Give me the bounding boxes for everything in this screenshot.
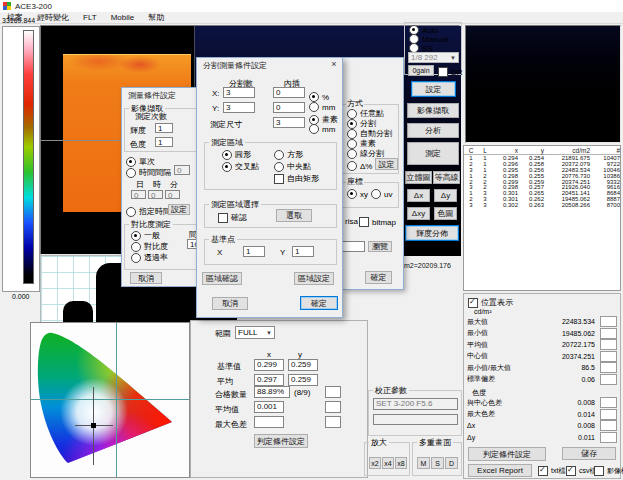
judge-condition-button[interactable]: 判定條件設定 bbox=[254, 434, 308, 448]
stat-box[interactable] bbox=[600, 409, 617, 420]
ref-x-field[interactable]: 0.299 bbox=[254, 359, 284, 371]
area-set-button[interactable]: 區域設定 bbox=[294, 272, 334, 285]
file-path-field[interactable] bbox=[343, 241, 365, 252]
delta-x-button[interactable]: Δx bbox=[407, 189, 430, 202]
multi-d-button[interactable]: D bbox=[445, 457, 458, 469]
interval-field[interactable]: 0 bbox=[174, 165, 190, 175]
csv-file-checkbox[interactable]: csv檔 bbox=[566, 466, 597, 476]
stat-box[interactable] bbox=[600, 420, 617, 431]
dr-checkbox[interactable]: DR bbox=[438, 67, 463, 77]
lum-count-field[interactable]: 1 bbox=[155, 123, 173, 133]
capture-button[interactable]: 影像擷取 bbox=[407, 103, 459, 118]
transmit-radio[interactable]: 透過率 bbox=[131, 252, 168, 263]
normal-radio[interactable]: 一般 bbox=[131, 230, 160, 241]
color-map-button[interactable]: 色圖 bbox=[434, 207, 457, 220]
single-radio[interactable]: 單次 bbox=[126, 156, 155, 167]
zero-gain-button[interactable]: 0gain bbox=[408, 65, 434, 76]
menu-item[interactable]: Mobile bbox=[104, 13, 142, 22]
menu-item[interactable]: FLT bbox=[76, 13, 104, 22]
cross-point-radio[interactable]: 交叉點 bbox=[222, 161, 259, 172]
zoom-x4-button[interactable]: x4 bbox=[382, 457, 394, 469]
split-cancel-button[interactable]: 取消 bbox=[212, 297, 248, 310]
browse-button[interactable]: 瀏覽 bbox=[368, 241, 392, 252]
base-x-field[interactable]: 1 bbox=[243, 246, 265, 257]
div-y-field[interactable]: 3 bbox=[223, 102, 255, 113]
mm-unit-radio[interactable]: mm bbox=[309, 124, 335, 134]
save-button[interactable]: 儲存 bbox=[562, 447, 616, 460]
method-set-button[interactable]: 設定 bbox=[375, 158, 398, 170]
excel-report-button[interactable]: Excel Report bbox=[468, 464, 532, 477]
image-file-checkbox[interactable]: 影像檔 bbox=[594, 466, 623, 476]
stat-box[interactable] bbox=[600, 328, 617, 339]
hour-field[interactable]: 0 bbox=[148, 190, 163, 199]
maxdiff-field[interactable] bbox=[254, 416, 284, 428]
minute-field[interactable]: 0 bbox=[165, 190, 180, 199]
aux-box-3[interactable] bbox=[325, 416, 341, 428]
analyze-button[interactable]: 分析 bbox=[407, 123, 459, 138]
center-point-radio[interactable]: 中央點 bbox=[274, 161, 311, 172]
multi-m-button[interactable]: M bbox=[417, 457, 430, 469]
square-radio[interactable]: 方形 bbox=[274, 149, 303, 160]
zoom-x8-button[interactable]: x8 bbox=[395, 457, 407, 469]
mm-radio[interactable]: mm bbox=[309, 102, 335, 112]
delta-xy-button[interactable]: Δxy bbox=[407, 207, 430, 220]
mean-field[interactable]: 0.001 bbox=[254, 401, 284, 413]
contrast-radio[interactable]: 對比度 bbox=[131, 241, 168, 252]
bitmap-checkbox[interactable]: bitmap bbox=[359, 217, 396, 227]
day-field[interactable]: 0 bbox=[131, 190, 146, 199]
aux-box-1[interactable] bbox=[325, 386, 341, 398]
contour-button[interactable]: 等高線 bbox=[433, 171, 460, 184]
stat-box[interactable] bbox=[600, 351, 617, 362]
measure-cancel-button[interactable]: 取消 bbox=[130, 272, 162, 284]
xy-radio[interactable]: xy bbox=[347, 189, 368, 199]
live-view-panel[interactable] bbox=[465, 25, 621, 143]
free-rect-checkbox[interactable]: 自由矩形 bbox=[274, 173, 319, 184]
base-y-field[interactable]: 1 bbox=[292, 246, 314, 257]
circle-radio[interactable]: 圓形 bbox=[222, 149, 251, 160]
settings-button[interactable]: 設定 bbox=[411, 81, 456, 97]
interp-y-field[interactable]: 0 bbox=[273, 102, 305, 113]
stat-box[interactable] bbox=[600, 374, 617, 385]
menu-item[interactable]: 幫助 bbox=[141, 12, 171, 23]
size-field[interactable]: 3 bbox=[273, 117, 305, 128]
area-confirm-button[interactable]: 區域確認 bbox=[202, 272, 242, 285]
luminance-dist-button[interactable]: 輝度分佈 bbox=[405, 225, 459, 241]
stat-box[interactable] bbox=[600, 316, 617, 327]
aux-box-2[interactable] bbox=[325, 401, 341, 413]
stat-box[interactable] bbox=[600, 432, 617, 443]
uv-radio[interactable]: uv bbox=[371, 189, 392, 199]
results-table[interactable]: CL xy cd/m2# 11 0.2940.254 21891.6751040… bbox=[463, 145, 621, 291]
position-display-checkbox[interactable]: 位置表示 bbox=[468, 297, 513, 308]
split-ok-button[interactable]: 確定 bbox=[300, 296, 338, 310]
cie-panel[interactable] bbox=[30, 322, 190, 478]
time-set-button[interactable]: 設定 bbox=[168, 204, 190, 215]
stats-judge-button[interactable]: 判定條件設定 bbox=[468, 447, 546, 461]
stat-box[interactable] bbox=[600, 397, 617, 408]
avg-x-field[interactable]: 0.297 bbox=[254, 374, 284, 386]
delta-pct-radio[interactable]: Δ% bbox=[347, 161, 372, 171]
multi-s-button[interactable]: S bbox=[431, 457, 444, 469]
shutter-dropdown[interactable]: 1/8 292▼ bbox=[408, 52, 459, 63]
txt-file-checkbox[interactable]: txt檔 bbox=[538, 466, 565, 476]
table-row[interactable]: 33 0.3020.263 20508.2668700 bbox=[464, 202, 620, 208]
stat-box[interactable] bbox=[600, 362, 617, 373]
method-ok-button[interactable]: 確定 bbox=[365, 271, 392, 284]
chroma-count-field[interactable]: 1 bbox=[155, 137, 173, 147]
close-icon[interactable]: × bbox=[327, 59, 341, 69]
confirm-checkbox[interactable]: 確認 bbox=[218, 212, 247, 223]
interp-x-field[interactable]: 0 bbox=[273, 87, 305, 98]
zoom-x2-button[interactable]: x2 bbox=[369, 457, 381, 469]
interval-radio[interactable]: 時間間隔 bbox=[126, 167, 171, 178]
ref-y-field[interactable]: 0.259 bbox=[288, 359, 318, 371]
measure-button[interactable]: 測定 bbox=[407, 142, 459, 165]
timed-radio[interactable]: 指定時間 bbox=[126, 206, 171, 217]
stereo-button[interactable]: 立體圖 bbox=[405, 171, 432, 184]
div-x-field[interactable]: 3 bbox=[223, 87, 255, 98]
percent-radio[interactable]: % bbox=[309, 92, 329, 102]
pass-count-field[interactable]: 88.89% bbox=[254, 386, 290, 398]
avg-y-field[interactable]: 0.259 bbox=[288, 374, 318, 386]
pick-button[interactable]: 選取 bbox=[276, 209, 312, 222]
delta-y-button[interactable]: Δy bbox=[434, 189, 457, 202]
stat-box[interactable] bbox=[600, 339, 617, 350]
range-dropdown[interactable]: FULL▼ bbox=[235, 326, 275, 339]
